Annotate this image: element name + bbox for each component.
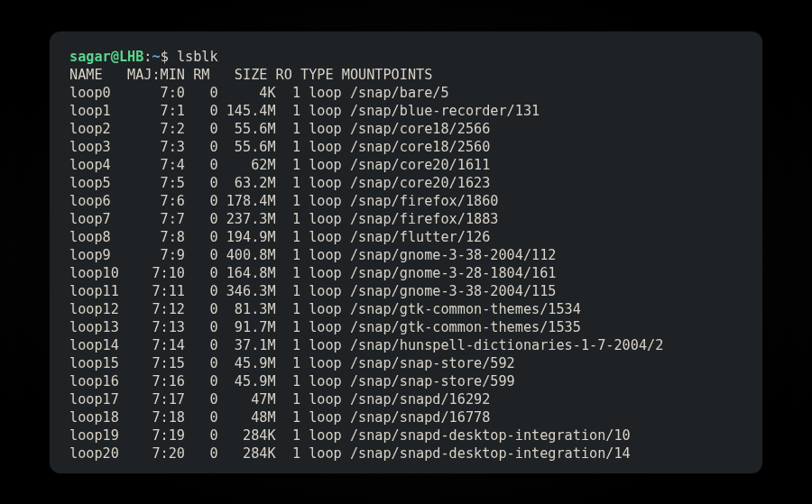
lsblk-header: NAME MAJ:MIN RM SIZE RO TYPE MOUNTPOINTS <box>69 67 432 83</box>
prompt-host: LHB <box>119 49 143 65</box>
prompt-user: sagar <box>69 49 111 65</box>
prompt-dollar: $ <box>161 49 177 65</box>
prompt-at: @ <box>111 49 119 65</box>
terminal-window[interactable]: sagar@LHB:~$ lsblk NAME MAJ:MIN RM SIZE … <box>50 32 762 473</box>
command-text: lsblk <box>177 49 218 65</box>
lsblk-rows: loop0 7:0 0 4K 1 loop /snap/bare/5 loop1… <box>69 85 663 462</box>
prompt-path: ~ <box>152 49 160 65</box>
